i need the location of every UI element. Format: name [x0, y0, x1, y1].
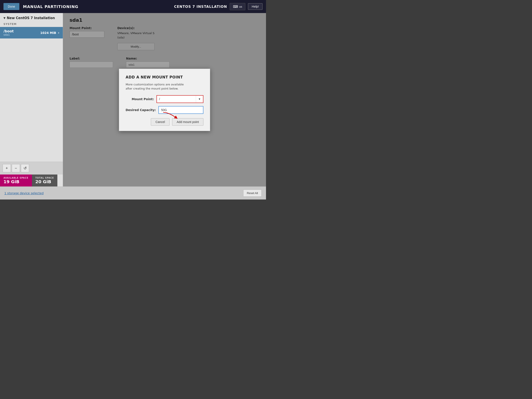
- mount-point-dropdown-arrow[interactable]: ▼: [196, 96, 203, 102]
- partition-right: 1024 MiB ›: [40, 31, 59, 35]
- left-spacer: [0, 38, 63, 162]
- page-title: MANUAL PARTITIONING: [23, 4, 78, 9]
- modal-overlay: ADD A NEW MOUNT POINT More customization…: [63, 13, 266, 186]
- mount-point-select[interactable]: / /boot /home swap: [157, 96, 196, 102]
- help-button[interactable]: Help!: [248, 3, 263, 10]
- modal-dialog: ADD A NEW MOUNT POINT More customization…: [119, 69, 210, 131]
- total-space-block: TOTAL SPACE 20 GiB: [32, 175, 57, 186]
- partition-name: /boot: [3, 29, 14, 33]
- modal-description: More customization options are available…: [126, 82, 203, 91]
- modal-mount-point-label: Mount Point:: [126, 97, 154, 101]
- total-space-value: 20 GiB: [35, 179, 54, 184]
- keyboard-button[interactable]: ⌨ us: [230, 3, 246, 10]
- done-button[interactable]: Done: [3, 3, 19, 10]
- modal-buttons: Cancel Add mount point: [126, 118, 203, 126]
- partition-item-left: /boot sda1: [3, 29, 14, 36]
- available-space-block: AVAILABLE SPACE 19 GiB: [0, 175, 32, 186]
- available-space-value: 19 GiB: [3, 179, 28, 184]
- header: Done MANUAL PARTITIONING CENTOS 7 INSTAL…: [0, 0, 266, 13]
- add-partition-button[interactable]: +: [3, 164, 11, 172]
- space-info: AVAILABLE SPACE 19 GiB TOTAL SPACE 20 Gi…: [0, 175, 63, 186]
- main-content: ▼ New CentOS 7 Installation SYSTEM /boot…: [0, 13, 266, 186]
- keyboard-label: us: [239, 5, 242, 8]
- header-right: CENTOS 7 INSTALLATION ⌨ us Help!: [174, 3, 263, 10]
- keyboard-icon: ⌨: [233, 5, 238, 9]
- left-panel: ▼ New CentOS 7 Installation SYSTEM /boot…: [0, 13, 63, 186]
- mount-point-input-wrapper: / /boot /home swap ▼: [157, 95, 203, 103]
- storage-device-link[interactable]: 1 storage device selected: [4, 191, 44, 195]
- available-space-label: AVAILABLE SPACE: [3, 177, 28, 179]
- bottom-controls: + − ↺: [0, 162, 63, 175]
- right-panel: sda1 Mount Point: Device(s): VMware, VMw…: [63, 13, 266, 186]
- system-label: SYSTEM: [0, 22, 63, 27]
- footer: 1 storage device selected Reset All: [0, 186, 266, 200]
- modal-title: ADD A NEW MOUNT POINT: [126, 75, 203, 79]
- partition-size: 1024 MiB: [40, 31, 56, 35]
- partition-device: sda1: [3, 33, 14, 36]
- installation-title: New CentOS 7 Installation: [7, 16, 55, 20]
- centos-title: CENTOS 7 INSTALLATION: [174, 5, 227, 9]
- installation-header: ▼ New CentOS 7 Installation: [0, 13, 63, 22]
- modal-capacity-label: Desired Capacity:: [126, 108, 156, 112]
- arrow-right-icon: ›: [58, 31, 59, 35]
- mount-point-field-row: Mount Point: / /boot /home swap ▼: [126, 95, 203, 103]
- reset-all-button[interactable]: Reset All: [243, 190, 262, 197]
- refresh-button[interactable]: ↺: [21, 164, 29, 172]
- remove-partition-button[interactable]: −: [12, 164, 20, 172]
- partition-item[interactable]: /boot sda1 1024 MiB ›: [0, 27, 63, 38]
- total-space-label: TOTAL SPACE: [35, 177, 54, 179]
- triangle-icon: ▼: [3, 17, 6, 19]
